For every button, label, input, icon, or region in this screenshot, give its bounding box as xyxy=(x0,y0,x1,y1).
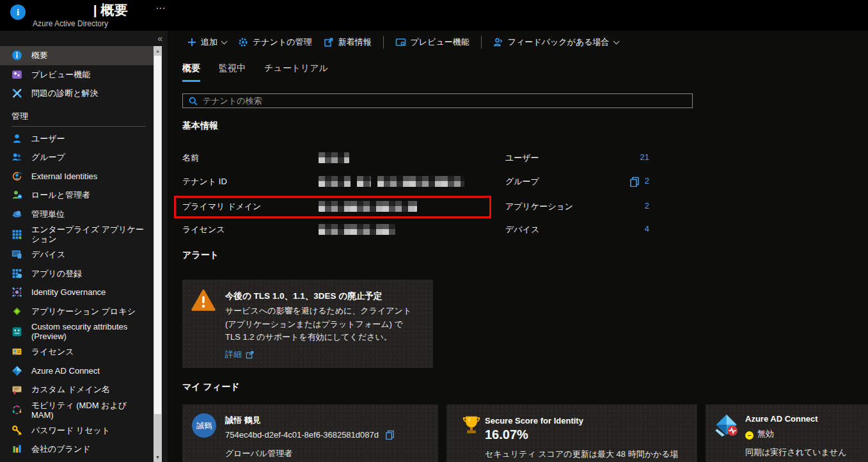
whats-new-button[interactable]: 新着情報 xyxy=(324,36,372,48)
info-icon: i xyxy=(10,4,26,20)
sidebar-item-admin-units[interactable]: 管理単位 xyxy=(0,205,154,224)
sidebar-section-manage: 管理 xyxy=(0,103,154,125)
sidebar-item-label: 会社のブランド xyxy=(31,444,91,454)
search-input[interactable] xyxy=(203,96,651,106)
scroll-down-icon[interactable]: ▼ xyxy=(154,452,162,462)
scrollbar-thumb[interactable] xyxy=(154,56,161,414)
aad-connect-title: Azure AD Connect xyxy=(745,414,818,424)
sidebar-item-label: 概要 xyxy=(31,51,48,60)
secure-score-title: Secure Score for Identity xyxy=(485,416,583,426)
sidebar-item-external-identities[interactable]: External Identities xyxy=(0,167,154,186)
alert-details-link[interactable]: 詳細 xyxy=(225,349,254,360)
page-title: tdev2021 | 概要 xyxy=(32,1,127,19)
custom-security-attributes-icon xyxy=(12,326,22,337)
sidebar-scrollbar[interactable]: ▲ ▼ xyxy=(154,46,162,462)
secure-score-value: 16.07% xyxy=(485,427,528,442)
sidebar-item-app-registrations[interactable]: アプリの登録 xyxy=(0,264,154,283)
sidebar-item-label: エンタープライズ アプリケーション xyxy=(31,225,148,244)
group-icon xyxy=(12,152,22,163)
details-label: 詳細 xyxy=(225,349,242,360)
sidebar-item-label: アプリの登録 xyxy=(31,269,82,278)
tenant-search-box[interactable] xyxy=(182,93,693,108)
search-icon xyxy=(189,97,198,106)
feedback-person-icon xyxy=(493,37,503,47)
sidebar-item-label: ユーザー xyxy=(31,134,65,143)
sidebar-item-overview[interactable]: 概要 xyxy=(0,46,154,65)
add-button[interactable]: 追加 xyxy=(187,36,226,48)
sidebar-item-label: アプリケーション プロキシ xyxy=(31,307,136,316)
warning-icon xyxy=(191,289,216,312)
main-content: 追加 テナントの管理 新着情報 プレビュー機能 フィードバックがある場合 xyxy=(168,31,868,462)
sidebar-item-diagnose-solve[interactable]: 問題の診断と解決 xyxy=(0,84,154,103)
avatar: 誠鶴 xyxy=(192,413,216,438)
devices-label: デバイス xyxy=(505,224,539,235)
sidebar-item-azure-ad-connect[interactable]: Azure AD Connect xyxy=(0,362,154,381)
my-feed-heading: マイ フィード xyxy=(182,381,240,393)
sidebar-item-app-proxy[interactable]: アプリケーション プロキシ xyxy=(0,302,154,321)
tab-overview[interactable]: 概要 xyxy=(182,63,200,82)
user-name: 誠悟 鶴見 xyxy=(225,415,261,426)
azure-ad-connect-icon xyxy=(12,365,22,376)
users-count-link[interactable]: 21 xyxy=(590,152,649,162)
manage-tenants-button[interactable]: テナントの管理 xyxy=(238,36,312,48)
sidebar-item-custom-domain-names[interactable]: カスタム ドメイン名 xyxy=(0,380,154,399)
whats-new-label: 新着情報 xyxy=(338,36,372,48)
open-in-new-icon xyxy=(324,37,334,47)
basic-info-heading: 基本情報 xyxy=(182,120,218,132)
sidebar-item-label: 問題の診断と解決 xyxy=(31,88,99,98)
sidebar-item-identity-governance[interactable]: Identity Governance xyxy=(0,283,154,302)
page-title-suffix: | 概要 xyxy=(93,3,128,17)
preview-features-button[interactable]: プレビュー機能 xyxy=(395,36,470,48)
scroll-up-icon[interactable]: ▲ xyxy=(154,46,162,56)
feedback-button[interactable]: フィードバックがある場合 xyxy=(493,36,619,48)
copy-icon[interactable] xyxy=(385,430,395,440)
trophy-icon xyxy=(462,415,481,436)
chevron-down-icon xyxy=(221,38,228,44)
sidebar-item-password-reset[interactable]: パスワード リセット xyxy=(0,421,154,440)
azure-ad-overview-page: i tdev2021 | 概要 Azure Active Directory …… xyxy=(0,0,868,462)
sidebar-item-label: デバイス xyxy=(31,250,65,259)
company-branding-icon xyxy=(12,443,22,454)
tools-icon xyxy=(12,88,22,99)
tab-monitoring[interactable]: 監視中 xyxy=(219,63,246,82)
sidebar-item-licenses[interactable]: ライセンス xyxy=(0,342,154,362)
tab-tutorials[interactable]: チュートリアル xyxy=(264,63,328,82)
sidebar-item-enterprise-apps[interactable]: エンタープライズ アプリケーション xyxy=(0,223,154,245)
sidebar-item-devices[interactable]: デバイス xyxy=(0,245,154,264)
alert-body: サービスへの影響を避けるために、クライアント (アプリケーションまたはプラットフ… xyxy=(225,305,417,344)
sidebar-item-label: グループ xyxy=(31,152,65,162)
aad-connect-status: 無効 xyxy=(757,429,774,438)
sidebar-item-company-branding[interactable]: 会社のブランド xyxy=(0,440,154,459)
sidebar-item-groups[interactable]: グループ xyxy=(0,148,154,167)
alert-title: 今後の TLS 1.0、1.1、3DES の廃止予定 xyxy=(225,291,382,302)
sidebar-item-label: パスワード リセット xyxy=(31,426,110,435)
licenses-icon xyxy=(12,346,22,357)
sidebar-item-custom-security-attributes[interactable]: Custom security attributes (Preview) xyxy=(0,321,154,342)
sidebar-item-roles-admins[interactable]: ロールと管理者 xyxy=(0,186,154,205)
sidebar-collapse-icon[interactable]: « xyxy=(157,33,162,44)
sidebar-item-label: ライセンス xyxy=(31,347,74,356)
add-label: 追加 xyxy=(201,36,217,48)
sidebar-item-preview-features[interactable]: プレビュー機能 xyxy=(0,65,154,84)
preview-features-label: プレビュー機能 xyxy=(411,36,470,48)
sidebar-item-users[interactable]: ユーザー xyxy=(0,129,154,148)
devices-count-link[interactable]: 4 xyxy=(590,224,649,234)
external-link-icon xyxy=(246,351,254,359)
preview-features-icon xyxy=(12,69,22,80)
page-subtitle: Azure Active Directory xyxy=(33,19,108,28)
applications-count-link[interactable]: 2 xyxy=(590,201,649,211)
azure-ad-connect-card: Azure AD Connect –無効 同期は実行されていません xyxy=(706,404,868,462)
applications-label: アプリケーション xyxy=(505,201,573,212)
tab-bar: 概要 監視中 チュートリアル xyxy=(182,63,328,82)
sidebar-nav: 概要 プレビュー機能 問題の診断と解決 管理 ユーザー グループ xyxy=(0,46,154,459)
more-menu-icon[interactable]: … xyxy=(155,0,166,12)
sidebar-item-mobility[interactable]: モビリティ (MDM および MAM) xyxy=(0,399,154,421)
app-registrations-icon xyxy=(12,268,22,279)
devices-icon xyxy=(12,249,22,260)
sidebar: « 概要 プレビュー機能 問題の診断と解決 管理 ユーザー グ xyxy=(0,31,168,462)
app-proxy-icon xyxy=(12,306,22,317)
groups-count-link[interactable]: 2 xyxy=(590,176,649,186)
secure-score-desc: セキュリティ スコアの更新は最大 48 時間かかる場合があります。 xyxy=(485,448,684,462)
manage-tenants-label: テナントの管理 xyxy=(253,36,312,48)
groups-label: グループ xyxy=(505,176,539,187)
